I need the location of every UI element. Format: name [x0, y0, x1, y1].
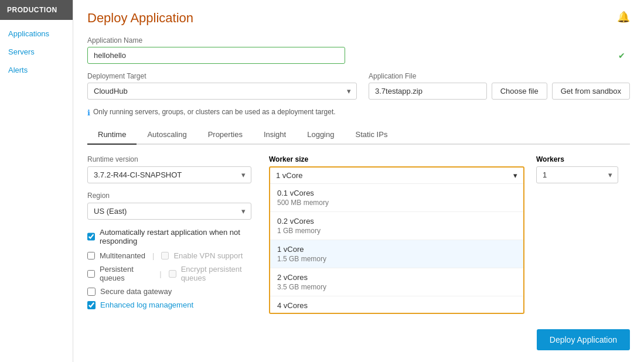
- page-title: Deploy Application: [87, 11, 630, 26]
- enable-vpn-checkbox[interactable]: [161, 252, 169, 259]
- tab-autoscaling[interactable]: Autoscaling: [137, 125, 197, 145]
- worker-size-header[interactable]: 1 vCore ▾: [270, 168, 523, 184]
- auto-restart-label: Automatically restart application when n…: [100, 228, 257, 245]
- info-note-text: Only running servers, groups, or cluster…: [93, 108, 336, 116]
- multitenanted-row: Multitenanted | Enable VPN support: [87, 251, 257, 260]
- app-name-input[interactable]: [87, 47, 345, 64]
- deploy-application-button[interactable]: Deploy Application: [537, 329, 630, 350]
- deployment-target-wrapper: CloudHub: [87, 83, 357, 100]
- auto-restart-row: Automatically restart application when n…: [87, 228, 257, 245]
- app-name-field-wrapper: ✔: [87, 47, 630, 64]
- worker-option-1vcore-memory: 1.5 GB memory: [277, 255, 516, 263]
- info-note: ℹ Only running servers, groups, or clust…: [87, 108, 630, 117]
- info-icon: ℹ: [87, 108, 90, 117]
- runtime-version-select[interactable]: 3.7.2-R44-CI-SNAPSHOT: [87, 166, 251, 183]
- worker-size-chevron-icon: ▾: [513, 171, 517, 180]
- worker-option-02-memory: 1 GB memory: [277, 227, 516, 235]
- worker-option-1vcore[interactable]: 1 vCore 1.5 GB memory: [270, 240, 523, 268]
- region-group: Region US (East): [87, 192, 257, 220]
- runtime-version-group: Runtime version 3.7.2-R44-CI-SNAPSHOT: [87, 155, 257, 183]
- runtime-left-col: Runtime version 3.7.2-R44-CI-SNAPSHOT Re…: [87, 155, 257, 314]
- encrypt-persistent-checkbox[interactable]: [169, 270, 176, 278]
- worker-option-02[interactable]: 0.2 vCores 1 GB memory: [270, 212, 523, 240]
- sidebar: PRODUCTION Applications Servers Alerts: [0, 0, 73, 362]
- persistent-queues-checkbox[interactable]: [87, 270, 95, 278]
- persistent-queues-label: Persistent queues: [100, 265, 152, 282]
- app-name-label: Application Name: [87, 36, 630, 45]
- multitenanted-checkbox[interactable]: [87, 252, 95, 259]
- runtime-version-wrapper: 3.7.2-R44-CI-SNAPSHOT: [87, 166, 251, 183]
- get-from-sandbox-button[interactable]: Get from sandbox: [552, 83, 630, 100]
- secure-gateway-checkbox[interactable]: [87, 288, 96, 296]
- worker-size-container: 1 vCore ▾ 0.1 vCores 500 MB memory 0.2 v…: [269, 166, 524, 314]
- worker-size-col: Worker size 1 vCore ▾ 0.1 vCores 500 MB …: [269, 155, 524, 314]
- workers-label: Workers: [536, 155, 630, 163]
- worker-option-4vcores-vcores: 4 vCores: [277, 301, 516, 310]
- runtime-version-label: Runtime version: [87, 155, 257, 163]
- secure-gateway-label: Secure data gateway: [100, 287, 172, 296]
- deployment-target-select[interactable]: CloudHub: [87, 83, 357, 100]
- target-file-row: Deployment Target CloudHub Application F…: [87, 72, 630, 100]
- worker-option-2vcores[interactable]: 2 vCores 3.5 GB memory: [270, 268, 523, 296]
- deploy-btn-container: Deploy Application: [537, 329, 630, 350]
- workers-wrapper: 1: [536, 166, 618, 183]
- checkmark-icon: ✔: [618, 51, 625, 60]
- workers-select[interactable]: 1: [536, 166, 618, 183]
- worker-size-label: Worker size: [269, 155, 524, 163]
- sidebar-item-alerts[interactable]: Alerts: [0, 61, 73, 79]
- tab-insight[interactable]: Insight: [253, 125, 297, 145]
- sidebar-item-applications[interactable]: Applications: [0, 25, 73, 43]
- divider-pipe-1: |: [152, 251, 154, 260]
- auto-restart-checkbox[interactable]: [87, 233, 95, 241]
- worker-option-01-memory: 500 MB memory: [277, 199, 516, 207]
- enable-vpn-label: Enable VPN support: [173, 251, 243, 260]
- choose-file-button[interactable]: Choose file: [492, 83, 547, 100]
- enhanced-log-link[interactable]: Enhanced log management: [100, 300, 193, 309]
- main-content: 🔔 Deploy Application Application Name ✔ …: [73, 0, 644, 362]
- sidebar-item-servers[interactable]: Servers: [0, 43, 73, 61]
- app-file-row: Choose file Get from sandbox: [369, 83, 630, 100]
- enhanced-log-row: Enhanced log management: [87, 300, 257, 309]
- tab-runtime[interactable]: Runtime: [87, 125, 137, 145]
- divider-pipe-2: |: [159, 269, 161, 278]
- bell-icon[interactable]: 🔔: [617, 11, 630, 23]
- tab-static-ips[interactable]: Static IPs: [345, 125, 398, 145]
- runtime-tab-content: Runtime version 3.7.2-R44-CI-SNAPSHOT Re…: [87, 155, 630, 314]
- app-file-col: Application File Choose file Get from sa…: [369, 72, 630, 100]
- tabs: Runtime Autoscaling Properties Insight L…: [87, 125, 630, 145]
- worker-option-01-vcores: 0.1 vCores: [277, 189, 516, 197]
- worker-option-01[interactable]: 0.1 vCores 500 MB memory: [270, 184, 523, 212]
- app-file-label: Application File: [369, 72, 630, 80]
- multitenanted-label: Multitenanted: [100, 251, 145, 260]
- region-label: Region: [87, 192, 257, 200]
- tab-properties[interactable]: Properties: [197, 125, 253, 145]
- worker-size-selected-value: 1 vCore: [276, 171, 303, 180]
- encrypt-persistent-label: Encrypt persistent queues: [181, 265, 257, 282]
- app-name-section: Application Name ✔: [87, 36, 630, 64]
- region-select[interactable]: US (East): [87, 203, 251, 220]
- worker-size-dropdown: 0.1 vCores 500 MB memory 0.2 vCores 1 GB…: [270, 184, 523, 313]
- worker-option-02-vcores: 0.2 vCores: [277, 217, 516, 226]
- persistent-queues-row: Persistent queues | Encrypt persistent q…: [87, 265, 257, 282]
- worker-option-2vcores-memory: 3.5 GB memory: [277, 283, 516, 291]
- worker-option-2vcores-vcores: 2 vCores: [277, 273, 516, 282]
- tab-logging[interactable]: Logging: [297, 125, 345, 145]
- workers-col: Workers 1: [536, 155, 630, 183]
- sidebar-header: PRODUCTION: [0, 0, 73, 20]
- secure-gateway-row: Secure data gateway: [87, 287, 257, 296]
- deployment-target-label: Deployment Target: [87, 72, 357, 80]
- sidebar-nav: Applications Servers Alerts: [0, 20, 73, 84]
- worker-option-1vcore-vcores: 1 vCore: [277, 245, 516, 254]
- enhanced-log-checkbox[interactable]: [87, 301, 96, 309]
- region-wrapper: US (East): [87, 203, 251, 220]
- enhanced-log-label: Enhanced log management: [100, 300, 193, 309]
- worker-option-4vcores[interactable]: 4 vCores: [270, 296, 523, 313]
- deployment-target-col: Deployment Target CloudHub: [87, 72, 357, 100]
- app-file-input[interactable]: [369, 83, 487, 100]
